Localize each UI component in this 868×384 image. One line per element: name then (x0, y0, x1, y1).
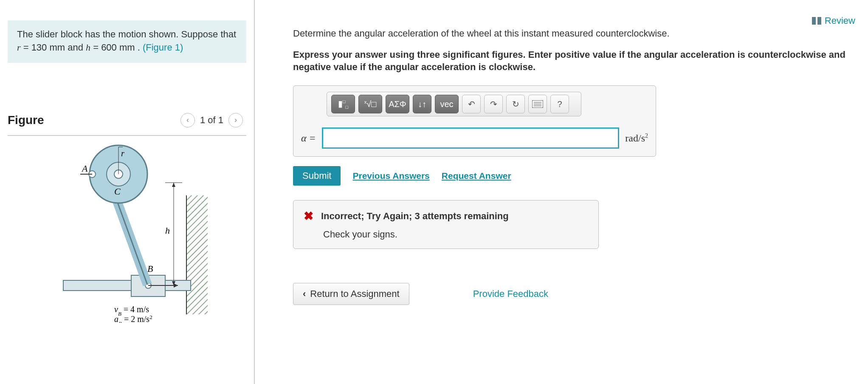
problem-text: The slider block has the motion shown. S… (17, 29, 236, 40)
answer-input-row: α = rad/s2 (301, 127, 648, 149)
right-panel: Review Determine the angular acceleratio… (255, 0, 868, 384)
review-text: Review (825, 15, 855, 26)
pager-prev-button[interactable]: ‹ (180, 113, 195, 127)
feedback-line1: Incorrect; Try Again; 3 attempts remaini… (321, 211, 509, 222)
svg-rect-1 (186, 195, 208, 314)
question-text: Determine the angular acceleration of th… (293, 27, 857, 40)
label-r: r (121, 149, 124, 158)
previous-answers-link[interactable]: Previous Answers (352, 171, 429, 181)
svg-rect-24 (817, 17, 821, 25)
problem-statement: The slider block has the motion shown. S… (8, 20, 246, 63)
feedback-box: ✖ Incorrect; Try Again; 3 attempts remai… (293, 200, 599, 249)
label-B: B (147, 263, 153, 274)
incorrect-icon: ✖ (304, 209, 313, 223)
bottom-row: ‹ Return to Assignment Provide Feedback (293, 283, 857, 305)
template-button[interactable]: ▮□□ (331, 95, 355, 113)
chevron-left-icon: ‹ (303, 288, 306, 299)
sqrt-icon: x√□ (364, 99, 377, 109)
greek-button[interactable]: ΑΣΦ (386, 95, 409, 113)
left-panel: The slider block has the motion shown. S… (0, 0, 255, 384)
figure-title: Figure (8, 113, 44, 127)
request-answer-link[interactable]: Request Answer (442, 171, 511, 181)
svg-rect-23 (812, 17, 816, 25)
unit-label: rad/s2 (625, 133, 648, 144)
answer-toolbar: ▮□□ x√□ ΑΣΦ ↓↑ vec ↶ ↷ ↻ ? (327, 92, 581, 116)
h-value: = 600 mm . (90, 42, 143, 53)
alpha-label: α = (301, 133, 316, 144)
template-icon: ▮□□ (338, 99, 348, 110)
keyboard-button[interactable] (528, 95, 547, 113)
label-h: h (165, 225, 170, 236)
label-C: C (114, 186, 121, 197)
updown-button[interactable]: ↓↑ (413, 95, 431, 113)
reset-button[interactable]: ↻ (506, 95, 525, 113)
figure-pager: ‹ 1 of 1 › (180, 113, 243, 127)
keyboard-icon (532, 100, 543, 108)
vec-button[interactable]: vec (435, 95, 459, 113)
submit-button[interactable]: Submit (293, 166, 341, 186)
instructions-text: Express your answer using three signific… (293, 48, 857, 73)
help-button[interactable]: ? (550, 95, 569, 113)
review-link[interactable]: Review (812, 15, 855, 26)
var-h: h (86, 42, 90, 53)
figure-image: r A C B h vB = 4 m/s aB = 2 m/s2 (8, 144, 246, 323)
r-value: = 130 mm (21, 42, 65, 53)
bookmark-icon (812, 17, 821, 25)
pager-text: 1 of 1 (200, 115, 223, 126)
var-r: r (17, 42, 21, 53)
action-row: Submit Previous Answers Request Answer (293, 166, 857, 186)
provide-feedback-link[interactable]: Provide Feedback (473, 288, 548, 299)
return-label: Return to Assignment (310, 288, 399, 299)
feedback-line2: Check your signs. (323, 229, 588, 240)
svg-marker-16 (172, 183, 175, 187)
sqrt-button[interactable]: x√□ (358, 95, 382, 113)
answer-box: ▮□□ x√□ ΑΣΦ ↓↑ vec ↶ ↷ ↻ ? α = rad/s2 (293, 85, 656, 157)
figure-header: Figure ‹ 1 of 1 › (8, 113, 246, 136)
return-button[interactable]: ‹ Return to Assignment (293, 283, 409, 305)
undo-button[interactable]: ↶ (462, 95, 481, 113)
pager-next-button[interactable]: › (228, 113, 243, 127)
answer-input[interactable] (322, 127, 620, 149)
figure-link[interactable]: (Figure 1) (143, 42, 183, 53)
and-text: and (68, 42, 86, 53)
redo-button[interactable]: ↷ (484, 95, 503, 113)
label-A: A (81, 163, 88, 174)
